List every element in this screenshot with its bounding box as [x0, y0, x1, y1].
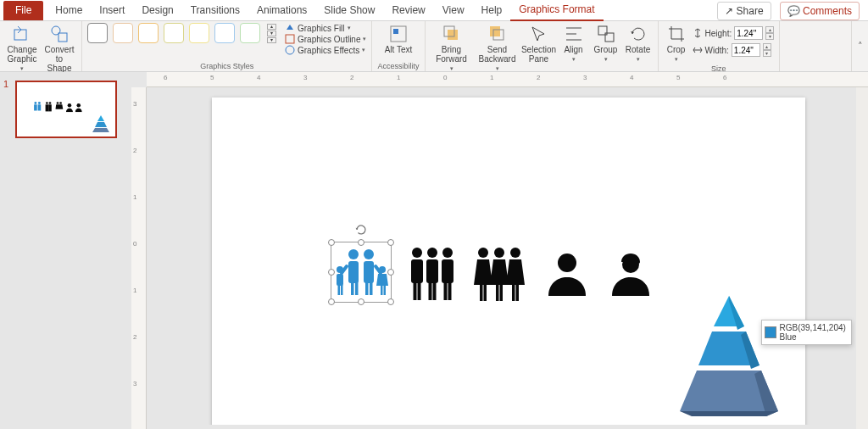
color-swatch-icon — [765, 326, 776, 338]
thumbnails-pane: 1 — [0, 72, 131, 429]
graphics-effects-button[interactable]: Graphics Effects ▾ — [285, 45, 366, 55]
selection-pane-button[interactable]: Selection Pane — [522, 23, 556, 64]
height-down[interactable]: ▾ — [765, 33, 774, 40]
selection-box[interactable] — [331, 242, 392, 303]
bring-forward-icon — [442, 25, 461, 43]
family-icon — [33, 102, 42, 113]
crop-button[interactable]: Crop▾ — [664, 23, 689, 64]
height-icon — [693, 28, 703, 38]
resize-handle[interactable] — [328, 239, 335, 246]
tab-design[interactable]: Design — [133, 1, 181, 20]
tab-slideshow[interactable]: Slide Show — [315, 1, 383, 20]
gallery-more[interactable]: ▴▾▾ — [267, 24, 276, 43]
tab-transitions[interactable]: Transitions — [182, 1, 248, 20]
tab-help[interactable]: Help — [473, 1, 511, 20]
svg-rect-0 — [14, 30, 26, 40]
style-swatch[interactable] — [113, 23, 133, 43]
style-swatch[interactable] — [189, 23, 209, 43]
tab-review[interactable]: Review — [383, 1, 433, 20]
svg-rect-19 — [38, 104, 42, 110]
graphics-effects-label: Graphics Effects — [298, 46, 359, 55]
resize-handle[interactable] — [358, 298, 364, 305]
width-input[interactable] — [732, 43, 760, 57]
resize-handle[interactable] — [328, 269, 335, 276]
align-icon — [565, 25, 583, 43]
tab-graphics-format[interactable]: Graphics Format — [510, 0, 603, 21]
tab-file[interactable]: File — [3, 1, 43, 20]
slide-thumbnail-1[interactable] — [15, 81, 117, 138]
graphics-outline-button[interactable]: Graphics Outline ▾ — [285, 34, 366, 44]
width-down[interactable]: ▾ — [763, 50, 771, 57]
style-swatch[interactable] — [214, 23, 235, 43]
crop-icon — [667, 25, 686, 43]
resize-handle[interactable] — [328, 298, 335, 305]
group-accessibility: Alt Text Accessibility — [372, 21, 425, 71]
svg-point-25 — [59, 102, 62, 104]
send-backward-icon — [488, 25, 507, 43]
change-graphic-button[interactable]: Change Graphic ▾ — [5, 23, 39, 73]
svg-marker-29 — [95, 122, 107, 127]
alt-text-button[interactable]: Alt Text — [381, 23, 415, 54]
rotate-handle[interactable] — [355, 224, 367, 236]
women-icon[interactable] — [473, 246, 526, 302]
svg-point-58 — [478, 248, 488, 258]
svg-point-59 — [494, 248, 504, 258]
svg-rect-9 — [490, 26, 500, 36]
svg-point-60 — [510, 248, 520, 258]
style-swatch[interactable] — [240, 23, 260, 43]
slide-number: 1 — [3, 79, 8, 89]
svg-rect-66 — [515, 284, 519, 301]
svg-rect-3 — [286, 35, 294, 43]
svg-rect-36 — [355, 281, 359, 295]
comments-button[interactable]: 💬 Comments — [780, 2, 860, 20]
style-swatch[interactable] — [87, 23, 108, 43]
family-icon[interactable] — [331, 242, 392, 304]
resize-handle[interactable] — [387, 298, 394, 305]
height-up[interactable]: ▴ — [765, 26, 774, 33]
group-button[interactable]: Group▾ — [592, 23, 620, 64]
bring-forward-button[interactable]: Bring Forward▾ — [431, 23, 473, 73]
svg-rect-63 — [496, 284, 499, 301]
convert-label: Convert to Shape — [42, 45, 76, 73]
workspace: 1 6543210123456 3210123 — [0, 72, 868, 429]
svg-rect-22 — [46, 104, 49, 111]
group-access-label: Accessibility — [377, 61, 419, 71]
user-icon[interactable] — [547, 252, 587, 296]
send-backward-button[interactable]: Send Backward▾ — [476, 23, 519, 73]
collapse-ribbon-button[interactable]: ˄ — [851, 21, 868, 71]
vertical-scrollbar[interactable] — [856, 87, 868, 429]
convert-icon — [50, 25, 69, 43]
rotate-icon — [629, 25, 648, 43]
alt-text-icon — [389, 25, 408, 43]
tab-animations[interactable]: Animations — [248, 1, 315, 20]
resize-handle[interactable] — [387, 239, 394, 246]
width-up[interactable]: ▴ — [763, 43, 771, 50]
tab-home[interactable]: Home — [47, 1, 91, 20]
svg-rect-40 — [337, 274, 343, 286]
resize-handle[interactable] — [358, 239, 364, 246]
height-input[interactable] — [734, 26, 763, 40]
convert-button[interactable]: Convert to Shape — [42, 23, 76, 73]
men-icon[interactable] — [407, 246, 458, 302]
align-button[interactable]: Align▾ — [559, 23, 588, 64]
svg-marker-28 — [97, 115, 104, 121]
tooltip-name: Blue — [780, 332, 846, 342]
svg-rect-49 — [411, 259, 423, 283]
rotate-button[interactable]: Rotate▾ — [624, 23, 653, 64]
svg-rect-44 — [381, 285, 383, 295]
tab-insert[interactable]: Insert — [91, 1, 133, 20]
graphics-fill-button[interactable]: Graphics Fill ▾ — [285, 23, 366, 33]
pyramid-icon[interactable] — [678, 292, 780, 420]
share-button[interactable]: ↗ Share — [717, 2, 771, 20]
user-hair-icon[interactable] — [610, 252, 651, 296]
group-size: Crop▾ Height: ▴▾ Width: ▴▾ Size — [659, 21, 781, 71]
style-swatch[interactable] — [164, 23, 184, 43]
styles-gallery[interactable]: ▴▾▾ — [87, 23, 276, 43]
svg-rect-45 — [383, 285, 386, 295]
style-swatch[interactable] — [138, 23, 159, 43]
svg-rect-7 — [448, 30, 458, 40]
resize-handle[interactable] — [387, 269, 394, 276]
svg-rect-52 — [413, 281, 416, 300]
slide-canvas[interactable]: RGB(39,141,204) Blue — [212, 98, 805, 425]
tab-view[interactable]: View — [434, 1, 473, 20]
